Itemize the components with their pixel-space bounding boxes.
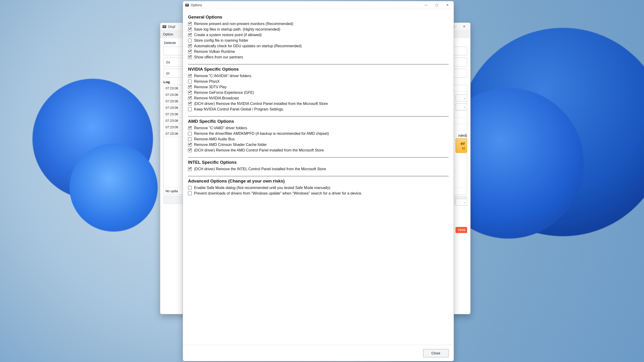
section-title: NVIDIA Specific Options [188, 67, 448, 72]
chevron-down-icon: ⌄ [464, 201, 466, 204]
checkbox[interactable] [188, 85, 192, 89]
options-footer: Close [183, 345, 454, 361]
option-label: Remove present and non-present monitors … [194, 22, 293, 26]
option-label: Enable Safe Mode dialog (Not recommended… [194, 186, 330, 190]
option-row[interactable]: Remove AMD Crimson Shader Cache folder [188, 142, 448, 148]
option-label: (DCH driver) Remove the INTEL Control Pa… [194, 167, 326, 171]
option-label: Prevent downloads of drivers from "Windo… [194, 191, 362, 195]
dropdown-device-type[interactable]: ⌄ [456, 94, 467, 101]
option-row[interactable]: Create a system restore point (if allowe… [188, 32, 448, 38]
option-label: Automatically check for DDU updates on s… [194, 44, 302, 48]
checkbox[interactable] [188, 55, 192, 59]
checkbox[interactable] [188, 80, 192, 83]
checkbox[interactable] [188, 107, 192, 111]
checkbox[interactable] [188, 126, 192, 130]
option-label: Remove Vulkan Runtime [194, 49, 235, 54]
checkbox[interactable] [188, 192, 192, 195]
section-divider [188, 116, 448, 116]
option-row[interactable]: Enable Safe Mode dialog (Not recommended… [188, 185, 448, 191]
recommended-label: nded) [456, 133, 467, 137]
option-row[interactable]: Remove AMD Audio Bus [188, 136, 448, 142]
option-row[interactable]: Remove present and non-present monitors … [188, 21, 448, 27]
option-row[interactable]: Remove PhysX [188, 79, 448, 84]
patreon-button[interactable]: TRON [456, 227, 467, 233]
checkbox[interactable] [188, 102, 192, 106]
option-row[interactable]: (DCH driver) Remove the AMD Control Pane… [188, 148, 448, 153]
option-row[interactable]: Automatically check for DDU updates on s… [188, 43, 448, 49]
option-label: (DCH driver) Remove the AMD Control Pane… [194, 148, 324, 152]
chevron-down-icon: ⌄ [464, 105, 466, 108]
options-titlebar[interactable]: Options — ▢ ✕ [183, 1, 454, 9]
checkbox[interactable] [188, 186, 192, 190]
options-title: Options [191, 3, 202, 7]
option-label: Save log files in startup path. (Highly … [194, 27, 280, 31]
option-row[interactable]: Keep NVIDIA Control Panel Global / Progr… [188, 106, 448, 112]
option-label: Show offers from our partners [194, 55, 243, 59]
checkbox[interactable] [188, 96, 192, 100]
option-row[interactable]: Store config file in roaming folder [188, 38, 448, 43]
option-label: Remove PhysX [194, 79, 220, 84]
option-label: Create a system restore point (if allowe… [194, 33, 262, 37]
option-row[interactable]: Remove the driver/filter AMDKMPFD (A bac… [188, 131, 448, 136]
option-row[interactable]: Prevent downloads of drivers from "Windo… [188, 191, 448, 196]
section-divider [188, 64, 448, 64]
clean-action-line1: er [458, 141, 465, 146]
checkbox[interactable] [188, 33, 192, 37]
section-title: INTEL Specific Options [188, 160, 448, 165]
option-row[interactable]: Remove "C:\AMD" driver folders. [188, 125, 448, 131]
checkbox[interactable] [188, 44, 192, 48]
app-icon [162, 25, 166, 28]
options-window: Options — ▢ ✕ General OptionsRemove pres… [183, 1, 454, 361]
option-row[interactable]: Remove "C:\NVIDIA" driver folders. [188, 73, 448, 79]
wallpaper-petal [70, 144, 158, 232]
checkbox[interactable] [188, 22, 192, 26]
parent-right-panel: ⌄ ⌄ nded) er s) ⌄ TRON [456, 94, 467, 233]
option-label: Remove AMD Crimson Shader Cache folder [194, 143, 267, 147]
checkbox[interactable] [188, 50, 192, 53]
option-row[interactable]: (DCH driver) Remove the INTEL Control Pa… [188, 166, 448, 172]
option-label: Remove NVIDIA Broadcast [194, 96, 239, 100]
option-label: Remove the driver/filter AMDKMPFD (A bac… [194, 132, 329, 136]
option-row[interactable]: Save log files in startup path. (Highly … [188, 27, 448, 32]
checkbox[interactable] [188, 143, 192, 147]
menu-options[interactable]: Option [163, 32, 173, 36]
chevron-down-icon: ⌄ [464, 97, 466, 100]
option-row[interactable]: Remove Vulkan Runtime [188, 49, 448, 54]
checkbox[interactable] [188, 74, 192, 78]
option-row[interactable]: Remove NVIDIA Broadcast [188, 95, 448, 101]
option-label: Store config file in roaming folder [194, 38, 248, 43]
option-label: Keep NVIDIA Control Panel Global / Progr… [194, 107, 284, 111]
close-button[interactable]: ✕ [442, 1, 453, 8]
option-label: Remove "C:\NVIDIA" driver folders. [194, 74, 252, 78]
checkbox[interactable] [188, 39, 192, 42]
checkbox[interactable] [188, 167, 192, 171]
option-label: Remove GeForce Experience (GFE) [194, 90, 254, 95]
checkbox[interactable] [188, 137, 192, 141]
section-title: AMD Specific Options [188, 119, 448, 124]
app-icon [185, 4, 189, 6]
option-row[interactable]: (DCH driver) Remove the NVIDIA Control P… [188, 101, 448, 106]
options-body: General OptionsRemove present and non-pr… [183, 9, 454, 345]
option-row[interactable]: Remove GeForce Experience (GFE) [188, 90, 448, 95]
checkbox[interactable] [188, 27, 192, 31]
option-label: Remove 3DTV Play [194, 85, 227, 89]
option-label: Remove "C:\AMD" driver folders. [194, 126, 248, 130]
parent-title: Displ [168, 25, 175, 28]
section-title: General Options [188, 14, 448, 20]
dropdown-device[interactable]: ⌄ [456, 103, 467, 110]
section-divider [188, 157, 448, 157]
maximize-button[interactable]: ▢ [432, 1, 442, 8]
checkbox[interactable] [188, 91, 192, 94]
clean-action-button[interactable]: er s) [456, 138, 467, 153]
option-row[interactable]: Remove 3DTV Play [188, 84, 448, 90]
close-button[interactable]: ✕ [459, 23, 470, 30]
clean-action-line2: s) [458, 146, 465, 150]
option-row[interactable]: Show offers from our partners [188, 54, 448, 60]
option-label: (DCH driver) Remove the NVIDIA Control P… [194, 102, 328, 106]
minimize-button[interactable]: — [421, 1, 432, 8]
section-title: Advanced Options (Change at your own ris… [188, 179, 448, 184]
close-options-button[interactable]: Close [423, 349, 448, 357]
checkbox[interactable] [188, 148, 192, 152]
checkbox[interactable] [188, 132, 192, 135]
dropdown-extra[interactable]: ⌄ [456, 199, 467, 206]
